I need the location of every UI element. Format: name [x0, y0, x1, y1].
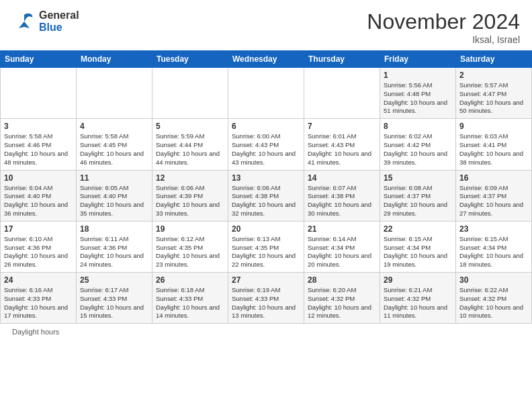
calendar-cell: [77, 68, 152, 119]
day-number: 26: [156, 275, 224, 285]
day-number: 6: [232, 122, 300, 131]
calendar-cell: 25Sunrise: 6:17 AM Sunset: 4:33 PM Dayli…: [77, 273, 152, 324]
calendar-cell: [228, 68, 304, 119]
logo: General Blue: [12, 9, 79, 34]
day-number: 21: [308, 224, 376, 234]
day-number: 29: [384, 275, 452, 285]
day-number: 11: [80, 173, 148, 183]
calendar-cell: 20Sunrise: 6:13 AM Sunset: 4:35 PM Dayli…: [228, 221, 304, 272]
calendar-cell: 14Sunrise: 6:07 AM Sunset: 4:38 PM Dayli…: [304, 170, 380, 221]
day-info: Sunrise: 6:12 AM Sunset: 4:35 PM Dayligh…: [156, 235, 224, 269]
calendar-cell: 13Sunrise: 6:06 AM Sunset: 4:38 PM Dayli…: [228, 170, 304, 221]
calendar-cell: 27Sunrise: 6:19 AM Sunset: 4:33 PM Dayli…: [228, 273, 304, 324]
day-number: 8: [384, 122, 452, 131]
weekday-wednesday: Wednesday: [228, 51, 304, 68]
day-number: 18: [80, 224, 148, 234]
location: Iksal, Israel: [367, 34, 520, 45]
day-number: 3: [4, 122, 73, 131]
day-info: Sunrise: 6:17 AM Sunset: 4:33 PM Dayligh…: [80, 286, 148, 320]
calendar-cell: 30Sunrise: 6:22 AM Sunset: 4:32 PM Dayli…: [456, 273, 532, 324]
weekday-thursday: Thursday: [304, 51, 380, 68]
weekday-tuesday: Tuesday: [152, 51, 228, 68]
weekday-saturday: Saturday: [456, 51, 532, 68]
calendar-cell: 5Sunrise: 5:59 AM Sunset: 4:44 PM Daylig…: [152, 119, 228, 170]
day-info: Sunrise: 5:58 AM Sunset: 4:45 PM Dayligh…: [80, 132, 148, 167]
day-info: Sunrise: 5:58 AM Sunset: 4:46 PM Dayligh…: [4, 132, 73, 167]
calendar-cell: 21Sunrise: 6:14 AM Sunset: 4:34 PM Dayli…: [304, 221, 380, 272]
logo-bird-icon: [12, 9, 36, 34]
day-number: 20: [232, 224, 300, 234]
calendar-cell: 26Sunrise: 6:18 AM Sunset: 4:33 PM Dayli…: [152, 273, 228, 324]
calendar-cell: 29Sunrise: 6:21 AM Sunset: 4:32 PM Dayli…: [380, 273, 456, 324]
calendar-cell: 28Sunrise: 6:20 AM Sunset: 4:32 PM Dayli…: [304, 273, 380, 324]
calendar-cell: 15Sunrise: 6:08 AM Sunset: 4:37 PM Dayli…: [380, 170, 456, 221]
weekday-friday: Friday: [380, 51, 456, 68]
day-number: 16: [459, 173, 528, 183]
day-number: 14: [308, 173, 376, 183]
day-number: 30: [459, 275, 528, 285]
day-info: Sunrise: 6:18 AM Sunset: 4:33 PM Dayligh…: [156, 286, 224, 320]
day-info: Sunrise: 6:14 AM Sunset: 4:34 PM Dayligh…: [308, 235, 376, 269]
day-number: 17: [4, 224, 73, 234]
logo-blue-text: Blue: [39, 21, 79, 34]
day-info: Sunrise: 6:15 AM Sunset: 4:34 PM Dayligh…: [459, 235, 528, 269]
day-info: Sunrise: 6:02 AM Sunset: 4:42 PM Dayligh…: [384, 132, 452, 167]
day-info: Sunrise: 6:00 AM Sunset: 4:43 PM Dayligh…: [232, 132, 300, 167]
calendar-cell: 3Sunrise: 5:58 AM Sunset: 4:46 PM Daylig…: [1, 119, 77, 170]
calendar-table: SundayMondayTuesdayWednesdayThursdayFrid…: [0, 50, 532, 324]
title-block: November 2024 Iksal, Israel: [367, 9, 520, 45]
day-number: 9: [459, 122, 528, 131]
day-info: Sunrise: 6:20 AM Sunset: 4:32 PM Dayligh…: [308, 286, 376, 320]
day-info: Sunrise: 5:59 AM Sunset: 4:44 PM Dayligh…: [156, 132, 224, 167]
week-row-4: 24Sunrise: 6:16 AM Sunset: 4:33 PM Dayli…: [1, 273, 532, 324]
month-title: November 2024: [367, 9, 520, 34]
day-info: Sunrise: 6:04 AM Sunset: 4:40 PM Dayligh…: [4, 184, 73, 218]
day-number: 19: [156, 224, 224, 234]
day-info: Sunrise: 5:57 AM Sunset: 4:47 PM Dayligh…: [459, 81, 528, 116]
calendar-cell: 19Sunrise: 6:12 AM Sunset: 4:35 PM Dayli…: [152, 221, 228, 272]
calendar-cell: [1, 68, 77, 119]
calendar-cell: 11Sunrise: 6:05 AM Sunset: 4:40 PM Dayli…: [77, 170, 152, 221]
calendar-cell: 23Sunrise: 6:15 AM Sunset: 4:34 PM Dayli…: [456, 221, 532, 272]
day-number: 22: [384, 224, 452, 234]
calendar-cell: 22Sunrise: 6:15 AM Sunset: 4:34 PM Dayli…: [380, 221, 456, 272]
calendar-cell: 12Sunrise: 6:06 AM Sunset: 4:39 PM Dayli…: [152, 170, 228, 221]
calendar-cell: [152, 68, 228, 119]
day-info: Sunrise: 6:10 AM Sunset: 4:36 PM Dayligh…: [4, 235, 73, 269]
day-info: Sunrise: 6:16 AM Sunset: 4:33 PM Dayligh…: [4, 286, 73, 320]
day-info: Sunrise: 6:07 AM Sunset: 4:38 PM Dayligh…: [308, 184, 376, 218]
page-header: General Blue November 2024 Iksal, Israel: [0, 0, 532, 50]
day-info: Sunrise: 6:15 AM Sunset: 4:34 PM Dayligh…: [384, 235, 452, 269]
day-info: Sunrise: 6:21 AM Sunset: 4:32 PM Dayligh…: [384, 286, 452, 320]
day-number: 27: [232, 275, 300, 285]
calendar-cell: [304, 68, 380, 119]
day-info: Sunrise: 6:08 AM Sunset: 4:37 PM Dayligh…: [384, 184, 452, 218]
day-info: Sunrise: 6:03 AM Sunset: 4:41 PM Dayligh…: [459, 132, 528, 167]
calendar-cell: 17Sunrise: 6:10 AM Sunset: 4:36 PM Dayli…: [1, 221, 77, 272]
day-info: Sunrise: 6:05 AM Sunset: 4:40 PM Dayligh…: [80, 184, 148, 218]
week-row-1: 3Sunrise: 5:58 AM Sunset: 4:46 PM Daylig…: [1, 119, 532, 170]
week-row-3: 17Sunrise: 6:10 AM Sunset: 4:36 PM Dayli…: [1, 221, 532, 272]
calendar-cell: 4Sunrise: 5:58 AM Sunset: 4:45 PM Daylig…: [77, 119, 152, 170]
day-number: 2: [459, 71, 528, 80]
day-number: 13: [232, 173, 300, 183]
calendar-cell: 1Sunrise: 5:56 AM Sunset: 4:48 PM Daylig…: [380, 68, 456, 119]
day-number: 7: [308, 122, 376, 131]
day-info: Sunrise: 6:13 AM Sunset: 4:35 PM Dayligh…: [232, 235, 300, 269]
day-info: Sunrise: 6:01 AM Sunset: 4:43 PM Dayligh…: [308, 132, 376, 167]
day-number: 24: [4, 275, 73, 285]
footer-note: Daylight hours: [0, 324, 532, 340]
day-info: Sunrise: 5:56 AM Sunset: 4:48 PM Dayligh…: [384, 81, 452, 116]
day-number: 12: [156, 173, 224, 183]
calendar-cell: 10Sunrise: 6:04 AM Sunset: 4:40 PM Dayli…: [1, 170, 77, 221]
calendar-cell: 6Sunrise: 6:00 AM Sunset: 4:43 PM Daylig…: [228, 119, 304, 170]
day-info: Sunrise: 6:19 AM Sunset: 4:33 PM Dayligh…: [232, 286, 300, 320]
daylight-label: Daylight hours: [12, 328, 59, 336]
calendar-cell: 24Sunrise: 6:16 AM Sunset: 4:33 PM Dayli…: [1, 273, 77, 324]
day-info: Sunrise: 6:22 AM Sunset: 4:32 PM Dayligh…: [459, 286, 528, 320]
weekday-sunday: Sunday: [1, 51, 77, 68]
day-number: 5: [156, 122, 224, 131]
week-row-2: 10Sunrise: 6:04 AM Sunset: 4:40 PM Dayli…: [1, 170, 532, 221]
calendar-cell: 2Sunrise: 5:57 AM Sunset: 4:47 PM Daylig…: [456, 68, 532, 119]
day-number: 15: [384, 173, 452, 183]
